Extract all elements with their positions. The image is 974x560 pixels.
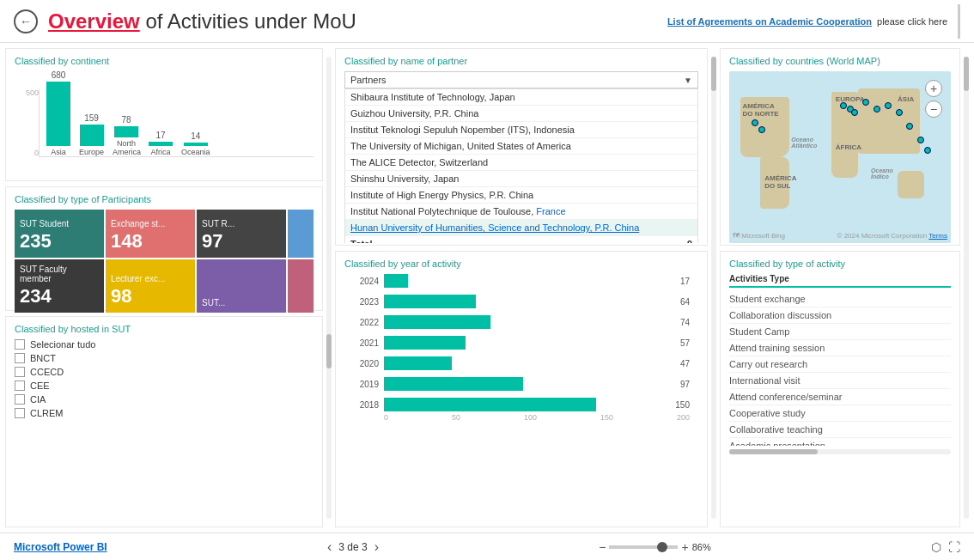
cell-exchange[interactable]: Exchange st... 148 bbox=[106, 210, 195, 258]
bottom-bar: Microsoft Power BI ‹ 3 de 3 › − + 86% ⬡ … bbox=[0, 533, 974, 560]
world-map[interactable]: AMÉRICADO NORTE EUROPA ÁSIA ÁFRICA Ocean… bbox=[729, 71, 951, 243]
activity-attend-training[interactable]: Attend training session bbox=[729, 340, 951, 356]
cell-blue[interactable] bbox=[288, 210, 314, 258]
hosted-item-clrem[interactable]: CLREM bbox=[15, 408, 314, 418]
nav-controls: ‹ 3 de 3 › bbox=[327, 539, 379, 555]
partner-row-3[interactable]: Institut Teknologi Sepuluh Nopember (ITS… bbox=[345, 122, 697, 138]
back-button[interactable]: ← bbox=[14, 9, 38, 33]
partner-row-2[interactable]: Guizhou University, P.R. China bbox=[345, 106, 697, 122]
partner-row-9[interactable]: Hunan University of Humanities, Science … bbox=[345, 220, 697, 236]
hosted-item-ccecd[interactable]: CCECD bbox=[15, 367, 314, 377]
checkbox-clrem[interactable] bbox=[15, 408, 25, 418]
year-row-2023[interactable]: 2023 64 bbox=[353, 295, 690, 308]
year-bar-2023 bbox=[384, 295, 476, 308]
partner-total-row: Total 9 bbox=[345, 236, 697, 243]
hosted-item-bnct[interactable]: BNCT bbox=[15, 353, 314, 363]
cell-sut-purple[interactable]: SUT... bbox=[197, 259, 286, 313]
cell-sut-r[interactable]: SUT R... 97 bbox=[197, 210, 286, 258]
year-bar-wrap-2021 bbox=[384, 336, 672, 350]
checkbox-ccecd[interactable] bbox=[15, 367, 25, 377]
zoom-plus-button[interactable]: + bbox=[681, 540, 688, 554]
cell-sut-student[interactable]: SUT Student 235 bbox=[15, 210, 104, 258]
mid-scrollbar[interactable] bbox=[711, 57, 716, 519]
activity-collaborative-teaching[interactable]: Collaborative teaching bbox=[729, 422, 951, 438]
partner-dropdown[interactable]: Partners ▼ bbox=[344, 71, 698, 88]
year-row-2018[interactable]: 2018 150 bbox=[353, 398, 690, 411]
prev-page-button[interactable]: ‹ bbox=[327, 539, 332, 555]
activity-scroll[interactable]: Student exchange Collaboration discussio… bbox=[729, 291, 951, 446]
hosted-item-all[interactable]: Selecionar tudo bbox=[15, 339, 314, 350]
participants-title: Classified by type of Participants bbox=[15, 194, 314, 204]
continent-panel: Classified by continent 500 0 680 Asia 1… bbox=[5, 48, 323, 181]
next-page-button[interactable]: › bbox=[374, 539, 379, 555]
y-axis: 500 0 bbox=[15, 88, 39, 157]
checkbox-all[interactable] bbox=[15, 339, 25, 350]
page-title: Overview of Activities under MoU bbox=[48, 9, 356, 33]
page-indicator: 3 de 3 bbox=[338, 541, 367, 553]
bar-asia-rect bbox=[46, 82, 70, 146]
partner-row-5[interactable]: The ALICE Detector, Switzerland bbox=[345, 155, 697, 171]
activity-scrollbar-h[interactable] bbox=[729, 449, 951, 454]
x-axis: 0 50 100 150 200 bbox=[344, 411, 698, 422]
activity-attend-conference[interactable]: Attend conference/seminar bbox=[729, 389, 951, 405]
power-bi-link[interactable]: Microsoft Power BI bbox=[14, 541, 107, 553]
map-terms-link[interactable]: Terms bbox=[928, 232, 947, 240]
activity-student-exchange[interactable]: Student exchange bbox=[729, 291, 951, 307]
activity-cooperative-study[interactable]: Cooperative study bbox=[729, 405, 951, 422]
activity-collaboration[interactable]: Collaboration discussion bbox=[729, 307, 951, 324]
year-row-2022[interactable]: 2022 74 bbox=[353, 315, 690, 329]
bar-europe[interactable]: 159 Europe bbox=[79, 113, 104, 156]
activity-student-camp[interactable]: Student Camp bbox=[729, 324, 951, 340]
map-label-asia: ÁSIA bbox=[898, 95, 914, 103]
activity-international-visit[interactable]: International visit bbox=[729, 373, 951, 389]
hosted-item-cee[interactable]: CEE bbox=[15, 380, 314, 391]
top-bar: ← Overview of Activities under MoU List … bbox=[0, 0, 974, 43]
checkbox-cia[interactable] bbox=[15, 394, 25, 405]
map-label-sa: AMÉRICADO SUL bbox=[764, 174, 796, 190]
map-label-africa: ÁFRICA bbox=[836, 143, 861, 151]
partner-row-8[interactable]: Institut National Polytechnique de Toulo… bbox=[345, 204, 697, 220]
activity-panel: Classified by type of activity Activitie… bbox=[720, 251, 960, 527]
map-zoom-in[interactable]: + bbox=[925, 80, 942, 97]
fullscreen-icon[interactable]: ⛶ bbox=[948, 540, 960, 554]
map-zoom-out[interactable]: − bbox=[925, 100, 942, 118]
map-label-na: AMÉRICADO NORTE bbox=[742, 102, 778, 118]
share-icon[interactable]: ⬡ bbox=[931, 540, 941, 554]
title-rest: of Activities under MoU bbox=[140, 9, 356, 33]
partner-row-4[interactable]: The University of Michigan, United State… bbox=[345, 138, 697, 155]
zoom-percentage: 86% bbox=[692, 542, 711, 552]
zoom-slider[interactable] bbox=[609, 545, 678, 549]
partner-scroll-area[interactable]: Shibaura Institute of Technology, Japan … bbox=[344, 88, 698, 243]
partner-row-7[interactable]: Institute of High Energy Physics, P.R. C… bbox=[345, 187, 697, 204]
bar-africa-rect bbox=[149, 142, 173, 146]
cell-pink[interactable] bbox=[288, 259, 314, 313]
left-scrollbar[interactable] bbox=[326, 57, 332, 519]
activity-title: Classified by type of activity bbox=[729, 259, 951, 269]
partner-row-1[interactable]: Shibaura Institute of Technology, Japan bbox=[345, 89, 697, 106]
cell-sut-faculty[interactable]: SUT Faculty member 234 bbox=[15, 259, 104, 313]
bar-oceania[interactable]: 14 Oceania bbox=[181, 131, 210, 156]
activity-academic-presentation[interactable]: Academic presentation bbox=[729, 438, 951, 446]
zoom-minus-button[interactable]: − bbox=[599, 540, 606, 554]
hosted-item-cia[interactable]: CIA bbox=[15, 394, 314, 405]
cell-lecturer[interactable]: Lecturer exc... 98 bbox=[106, 259, 195, 313]
partner-row-6[interactable]: Shinshu University, Japan bbox=[345, 171, 697, 187]
map-dot-12 bbox=[924, 147, 931, 154]
right-scrollbar[interactable] bbox=[964, 57, 969, 519]
year-row-2020[interactable]: 2020 47 bbox=[353, 356, 690, 370]
cooperation-link[interactable]: List of Agreements on Academic Cooperati… bbox=[667, 16, 872, 27]
bar-asia[interactable]: 680 Asia bbox=[46, 70, 70, 156]
right-column: Classified by countries (World MAP) AMÉR bbox=[720, 48, 960, 527]
year-row-2024[interactable]: 2024 17 bbox=[353, 274, 690, 288]
year-row-2021[interactable]: 2021 57 bbox=[353, 336, 690, 350]
year-bar-wrap-2024 bbox=[384, 274, 672, 288]
zoom-thumb[interactable] bbox=[657, 542, 667, 552]
year-bar-2024 bbox=[384, 274, 408, 288]
checkbox-bnct[interactable] bbox=[15, 353, 25, 363]
bar-africa[interactable]: 17 Africa bbox=[149, 131, 173, 156]
activity-carry-research[interactable]: Carry out research bbox=[729, 356, 951, 373]
title-highlight: Overview bbox=[48, 9, 140, 33]
year-row-2019[interactable]: 2019 97 bbox=[353, 377, 690, 391]
checkbox-cee[interactable] bbox=[15, 380, 25, 391]
bar-north-america[interactable]: 78 North America bbox=[113, 115, 140, 156]
